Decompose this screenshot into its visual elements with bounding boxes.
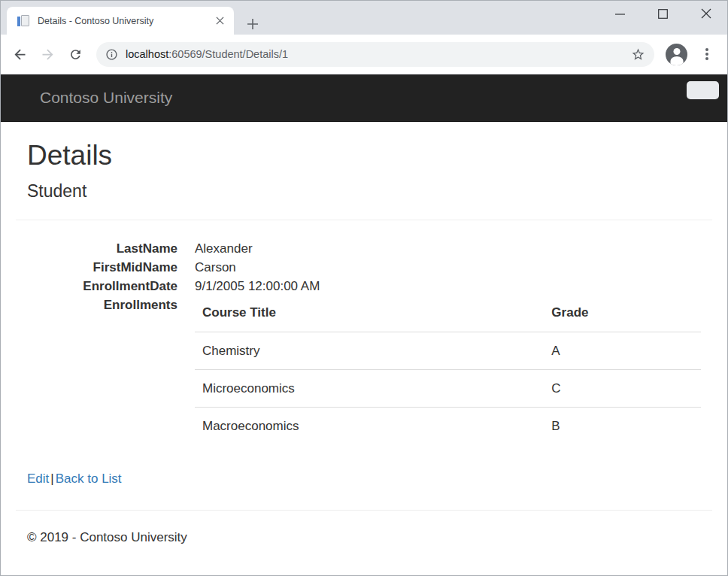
window-controls [599, 1, 727, 26]
student-details-list: LastName Alexander FirstMidName Carson E… [27, 239, 701, 444]
tab-bar: Details - Contoso University [1, 1, 727, 35]
table-row: Chemistry A [195, 332, 701, 369]
table-row: Microeconomics C [195, 369, 701, 407]
column-header-grade: Grade [544, 296, 701, 332]
bookmark-star-icon[interactable] [631, 47, 645, 62]
url-host: localhost [126, 48, 168, 60]
field-label: LastName [27, 239, 177, 258]
address-bar[interactable]: localhost:60569/Student/Details/1 [96, 42, 654, 67]
tab-title: Details - Contoso University [38, 16, 213, 26]
course-cell: Chemistry [195, 332, 544, 369]
window-close-button[interactable] [684, 1, 727, 26]
edit-link[interactable]: Edit [27, 471, 49, 486]
page-title: Details [27, 141, 701, 171]
copyright-text: © 2019 - Contoso University [27, 530, 701, 545]
field-enrollments: Enrollments Course Title Grade [27, 296, 701, 444]
field-value: Alexander [195, 239, 701, 258]
site-navbar: Contoso University [1, 74, 727, 122]
url-path: :60569/Student/Details/1 [168, 48, 288, 60]
column-header-course-title: Course Title [195, 296, 544, 332]
link-separator: | [50, 471, 53, 486]
footer-divider [16, 510, 712, 511]
browser-tab[interactable]: Details - Contoso University [7, 7, 234, 35]
forward-button[interactable] [35, 42, 59, 66]
navbar-toggle-button[interactable] [687, 81, 719, 99]
divider [16, 220, 712, 220]
course-cell: Microeconomics [195, 369, 544, 407]
window-minimize-button[interactable] [599, 1, 642, 26]
browser-window: Details - Contoso University [0, 0, 728, 576]
field-value: Carson [195, 258, 701, 277]
page-subtitle: Student [27, 181, 701, 202]
field-label: Enrollments [27, 296, 177, 444]
enrollments-table: Course Title Grade Chemistry A [195, 296, 701, 444]
field-enrollmentdate: EnrollmentDate 9/1/2005 12:00:00 AM [27, 277, 701, 296]
grade-cell: A [544, 332, 701, 369]
page-footer: © 2019 - Contoso University [27, 530, 701, 545]
back-to-list-link[interactable]: Back to List [56, 471, 122, 486]
reload-button[interactable] [63, 42, 87, 66]
table-header-row: Course Title Grade [195, 296, 701, 332]
field-value: Course Title Grade Chemistry A [195, 296, 701, 444]
page-info-icon[interactable] [105, 48, 118, 61]
field-label: FirstMidName [27, 258, 177, 277]
field-value: 9/1/2005 12:00:00 AM [195, 277, 701, 296]
url-text: localhost:60569/Student/Details/1 [126, 48, 288, 60]
profile-avatar[interactable] [666, 44, 687, 65]
window-maximize-button[interactable] [642, 1, 684, 26]
field-firstmidname: FirstMidName Carson [27, 258, 701, 277]
grade-cell: B [544, 407, 701, 444]
tab-close-icon[interactable] [213, 14, 226, 28]
table-row: Macroeconomics B [195, 407, 701, 444]
navbar-brand-link[interactable]: Contoso University [40, 89, 172, 107]
browser-toolbar: localhost:60569/Student/Details/1 [1, 35, 727, 74]
field-label: EnrollmentDate [27, 277, 177, 296]
browser-menu-icon[interactable] [696, 44, 717, 65]
action-links: Edit|Back to List [27, 471, 701, 487]
field-lastname: LastName Alexander [27, 239, 701, 258]
new-tab-button[interactable] [243, 14, 262, 34]
site-favicon-icon [17, 14, 31, 28]
back-button[interactable] [8, 42, 32, 66]
course-cell: Macroeconomics [195, 407, 544, 444]
page-content: Details Student LastName Alexander First… [1, 122, 727, 545]
grade-cell: C [544, 369, 701, 407]
